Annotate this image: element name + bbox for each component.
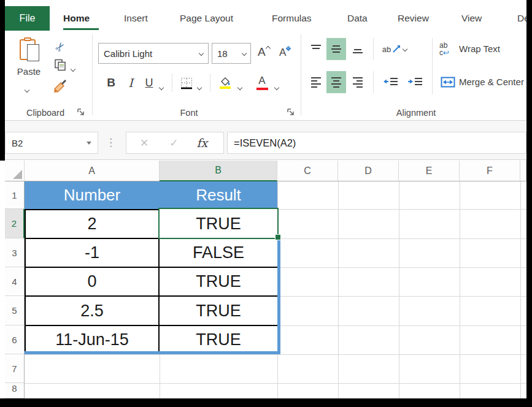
cell-b6[interactable]: TRUE [160, 325, 277, 354]
align-bottom-button[interactable] [349, 39, 367, 59]
clipboard-dialog-launcher[interactable] [77, 108, 85, 116]
increase-indent-button[interactable] [405, 75, 426, 89]
row-header-7[interactable]: 7 [5, 354, 25, 383]
cell-a6[interactable]: 11-Jun-15 [25, 325, 160, 354]
row-header-5[interactable]: 5 [5, 296, 25, 325]
paste-dropdown-chevron[interactable] [25, 83, 29, 94]
row-header-2[interactable]: 2 [5, 209, 25, 238]
copy-icon [54, 59, 66, 71]
cell-border [25, 295, 277, 297]
row-header-3[interactable]: 3 [5, 238, 25, 267]
tab-file[interactable]: File [5, 6, 50, 31]
tab-review[interactable]: Review [398, 6, 429, 31]
tab-data[interactable]: Data [347, 6, 368, 31]
row-header-4[interactable]: 4 [5, 267, 25, 296]
column-header-f[interactable]: F [460, 161, 520, 181]
merge-center-button[interactable]: Merge & Center [459, 72, 524, 92]
fill-color-dropdown-chevron[interactable] [238, 81, 242, 92]
gridline [338, 181, 339, 398]
name-box-dropdown-icon[interactable] [87, 142, 91, 145]
formula-input[interactable]: =ISEVEN(A2) [227, 132, 526, 154]
borders-button[interactable] [178, 75, 195, 92]
chevron-down-icon [286, 46, 291, 51]
gridline [25, 354, 526, 355]
font-family-combo[interactable]: Calibri Light [98, 43, 209, 64]
chevron-down-icon [197, 85, 202, 90]
font-color-dropdown-chevron[interactable] [275, 81, 279, 92]
font-color-button[interactable]: A [253, 72, 271, 93]
row-header-8[interactable]: 8 [5, 383, 25, 398]
range-border-right [277, 236, 280, 354]
clipboard-page-icon [27, 44, 39, 61]
align-center-button[interactable] [326, 71, 346, 93]
tab-page-layout[interactable]: Page Layout [180, 6, 233, 31]
align-left-button[interactable] [307, 72, 325, 92]
align-top-icon [309, 42, 323, 56]
copy-dropdown-chevron[interactable] [71, 63, 75, 74]
align-middle-button[interactable] [326, 38, 346, 60]
font-dialog-launcher[interactable] [287, 108, 295, 116]
decrease-font-button[interactable]: A [279, 47, 290, 59]
paste-button[interactable] [20, 38, 38, 61]
bold-button[interactable]: B [103, 74, 119, 92]
small-separator [373, 38, 374, 60]
formula-bar-grip-icon[interactable]: ⋮ [106, 136, 116, 149]
cell-b5[interactable]: TRUE [160, 296, 277, 325]
formula-buttons-box: ✕ ✓ fx [126, 132, 224, 154]
chevron-down-icon [274, 85, 279, 90]
formula-value: =ISEVEN(A2) [228, 137, 296, 149]
font-size-combo[interactable]: 18 [212, 43, 251, 64]
name-box[interactable]: B2 [5, 132, 98, 154]
screenshot-root: File Home Insert Page Layout Formulas Da… [0, 0, 532, 407]
cell-b3[interactable]: FALSE [160, 238, 277, 267]
font-family-value: Calibri Light [99, 48, 199, 59]
decrease-indent-button[interactable] [380, 75, 401, 89]
column-header-d[interactable]: D [338, 161, 399, 181]
fill-handle[interactable] [275, 234, 281, 240]
column-header-c[interactable]: C [277, 161, 338, 181]
underline-button[interactable]: U [141, 74, 157, 92]
column-header-a[interactable]: A [25, 161, 160, 181]
copy-button[interactable] [52, 56, 69, 74]
paste-label[interactable]: Paste [11, 66, 47, 77]
chevron-down-icon [242, 51, 247, 56]
cut-button[interactable]: ✂ [52, 38, 69, 55]
cell-a2[interactable]: 2 [25, 209, 160, 238]
select-all-corner[interactable] [5, 161, 25, 181]
dialog-launcher-icon [287, 108, 295, 116]
cell-a5[interactable]: 2.5 [25, 296, 160, 325]
tab-view[interactable]: View [461, 6, 482, 31]
column-header-g-partial[interactable] [520, 161, 526, 181]
align-middle-icon [330, 42, 343, 56]
underline-dropdown-chevron[interactable] [160, 81, 163, 92]
borders-dropdown-chevron[interactable] [198, 81, 201, 92]
tab-developer[interactable]: De [517, 6, 526, 31]
cell-a4[interactable]: 0 [25, 267, 160, 296]
italic-button[interactable]: I [123, 74, 139, 92]
tab-formulas[interactable]: Formulas [272, 6, 312, 31]
cell-border [25, 238, 160, 239]
cell-a1[interactable]: Number [25, 181, 160, 209]
orientation-button[interactable]: ab [380, 39, 409, 59]
tab-insert[interactable]: Insert [124, 6, 148, 31]
enter-icon[interactable]: ✓ [169, 137, 178, 150]
cell-b4[interactable]: TRUE [160, 267, 277, 296]
excel-window: File Home Insert Page Layout Formulas Da… [5, 0, 526, 398]
column-header-b[interactable]: B [160, 161, 277, 181]
fill-color-button[interactable] [216, 74, 234, 93]
column-header-e[interactable]: E [399, 161, 460, 181]
align-right-button[interactable] [349, 72, 367, 92]
tab-home[interactable]: Home [63, 6, 90, 31]
group-separator [92, 34, 93, 115]
cell-a3[interactable]: -1 [25, 238, 160, 267]
row-header-6[interactable]: 6 [5, 325, 25, 354]
cancel-icon[interactable]: ✕ [140, 137, 148, 150]
row-header-1[interactable]: 1 [5, 181, 25, 209]
increase-font-button[interactable]: A [258, 45, 269, 59]
align-top-button[interactable] [307, 39, 325, 59]
font-color-bar [256, 88, 268, 90]
wrap-text-button[interactable]: Wrap Text [459, 39, 500, 59]
cell-b1[interactable]: Result [160, 181, 277, 209]
format-painter-button[interactable] [50, 77, 70, 97]
insert-function-icon[interactable]: fx [197, 136, 208, 150]
